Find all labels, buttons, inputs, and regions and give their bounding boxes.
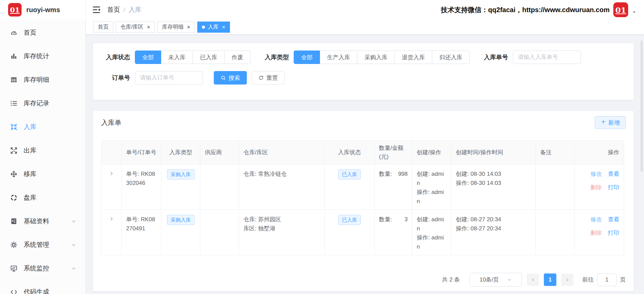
close-icon[interactable]: × [147,24,150,30]
user-avatar[interactable]: 01 [613,2,628,17]
sidebar-item-label: 库存统计 [24,52,77,61]
type-badge: 采购入库 [167,169,195,179]
chevron-down-icon [71,266,77,271]
goto-label: 前往 [582,276,594,284]
goto-page: 前往 页 [582,273,626,286]
type-option-production[interactable]: 生产入库 [320,51,357,64]
sidebar-item-move[interactable]: 移库 [0,162,85,186]
order-no-input[interactable] [135,71,203,85]
active-dot-icon [202,26,205,29]
prev-page-button[interactable] [527,273,539,286]
page-number-current[interactable]: 1 [544,273,556,286]
next-page-button[interactable] [561,273,574,286]
page-size-select[interactable]: 10条/页 [469,273,522,287]
pagination: 共 2 条 10条/页 1 前往 页 [101,273,626,287]
sidebar-item-stock-stats[interactable]: 库存统计 [0,44,85,68]
delete-link[interactable]: 删除 [590,228,602,237]
cell-actions: 修改 查看 删除 打印 [575,164,624,210]
type-option-purchase[interactable]: 采购入库 [357,51,395,64]
order-no-label: 订单号 [101,74,130,82]
view-link[interactable]: 查看 [608,215,619,224]
cell-status: 已入库 [325,164,375,210]
sidebar-item-stocktake[interactable]: 盘库 [0,186,85,209]
cell-actions: 修改 查看 删除 打印 [575,210,624,255]
close-icon[interactable]: × [222,24,225,30]
cell-order-no: 单号: RK08302046 [122,164,162,210]
close-icon[interactable]: × [187,24,190,30]
type-option-return[interactable]: 退货入库 [395,51,432,64]
top-bar: 首页 / 入库 技术支持微信：qq2facai，https://www.cdwu… [86,0,644,20]
header-right: 技术支持微信：qq2facai，https://www.cdwuruan.com… [441,2,637,17]
tab-stock-detail[interactable]: 库存明细 × [157,22,195,33]
pagination-total: 共 2 条 [442,276,460,284]
cell-supplier [200,164,239,210]
row-expand-icon[interactable] [109,216,114,222]
sidebar-fold-icon[interactable] [92,5,101,14]
sidebar-item-label: 库存记录 [24,99,77,108]
cell-remark [536,164,575,210]
type-option-all[interactable]: 全部 [294,51,320,64]
sidebar-item-base-data[interactable]: 基础资料 [0,209,85,233]
sidebar-item-home[interactable]: 首页 [0,21,85,44]
type-badge: 采购入库 [167,215,195,225]
sidebar-item-label: 入库 [24,123,77,131]
tab-label: 仓库/库区 [120,24,143,31]
table-row: 单号: RK08270491 采购入库 仓库: 苏州园区 库区: 独墅湖 已入库… [101,210,624,255]
tab-warehouse-area[interactable]: 仓库/库区 × [116,22,155,33]
col-supplier: 供应商 [200,141,239,164]
tab-inbound-active[interactable]: 入库 × [197,22,230,33]
scrollbar-thumb[interactable] [640,40,643,172]
tab-home[interactable]: 首页 [93,22,113,33]
filter-card: 入库状态 全部 未入库 已入库 作废 入库类型 全部 生产入库 采购入库 退货入… [93,43,634,100]
cell-type: 采购入库 [162,164,200,210]
sidebar-menu: 首页 库存统计 库存明细 库存记录 [0,20,85,294]
search-button[interactable]: 搜索 [214,71,247,85]
status-option-void[interactable]: 作废 [225,51,251,64]
sidebar: 01 ruoyi-wms 首页 库存统计 库存明细 [0,0,86,294]
bar-chart-icon [10,53,18,60]
cell-remark [536,210,575,255]
sidebar-item-inbound[interactable]: 入库 [0,115,85,139]
brand-area[interactable]: 01 ruoyi-wms [0,0,85,20]
delete-link[interactable]: 删除 [590,183,602,192]
sidebar-item-outbound[interactable]: 出库 [0,139,85,162]
status-option-all[interactable]: 全部 [135,51,161,64]
search-button-label: 搜索 [229,74,240,82]
breadcrumb-home[interactable]: 首页 [107,5,120,14]
edit-link[interactable]: 修改 [590,215,602,224]
type-option-giveback[interactable]: 归还入库 [432,51,470,64]
dashboard-icon [10,29,18,36]
sidebar-item-label: 首页 [24,28,77,37]
bill-no-label: 入库单号 [484,53,508,61]
sidebar-item-stock-detail[interactable]: 库存明细 [0,68,85,92]
caret-down-icon[interactable] [632,5,637,14]
chevron-down-icon [71,219,77,224]
breadcrumb: 首页 / 入库 [107,5,141,14]
row-expand-icon[interactable] [109,171,114,176]
print-link[interactable]: 打印 [608,183,619,192]
filter-row-2: 订单号 搜索 重置 [101,71,626,85]
sidebar-item-system-monitor[interactable]: 系统监控 [0,257,85,280]
panel-header: 入库单 新增 [101,116,626,129]
cell-warehouse: 仓库: 常熟冷链仓 [239,164,325,210]
print-link[interactable]: 打印 [608,228,619,237]
cell-supplier [200,210,239,255]
sidebar-item-stock-records[interactable]: 库存记录 [0,92,85,115]
filter-row-1: 入库状态 全部 未入库 已入库 作废 入库类型 全部 生产入库 采购入库 退货入… [101,51,626,64]
goto-page-input[interactable] [597,273,617,286]
status-option-not-in[interactable]: 未入库 [161,51,193,64]
status-option-in[interactable]: 已入库 [193,51,225,64]
add-button[interactable]: 新增 [595,116,626,129]
reset-button[interactable]: 重置 [252,71,285,85]
col-times: 创建时间/操作时间 [451,141,536,164]
col-order-no: 单号/订单号 [122,141,162,164]
sidebar-item-system-mgmt[interactable]: 系统管理 [0,233,85,257]
excel-file-icon [10,218,18,225]
bill-no-input[interactable] [513,51,581,64]
view-link[interactable]: 查看 [608,169,619,178]
chevron-left-icon [531,277,535,282]
move-icon [10,170,18,178]
edit-link[interactable]: 修改 [590,169,602,178]
sidebar-item-code-gen[interactable]: 代码生成 [0,280,85,294]
sidebar-item-label: 系统监控 [24,264,71,273]
